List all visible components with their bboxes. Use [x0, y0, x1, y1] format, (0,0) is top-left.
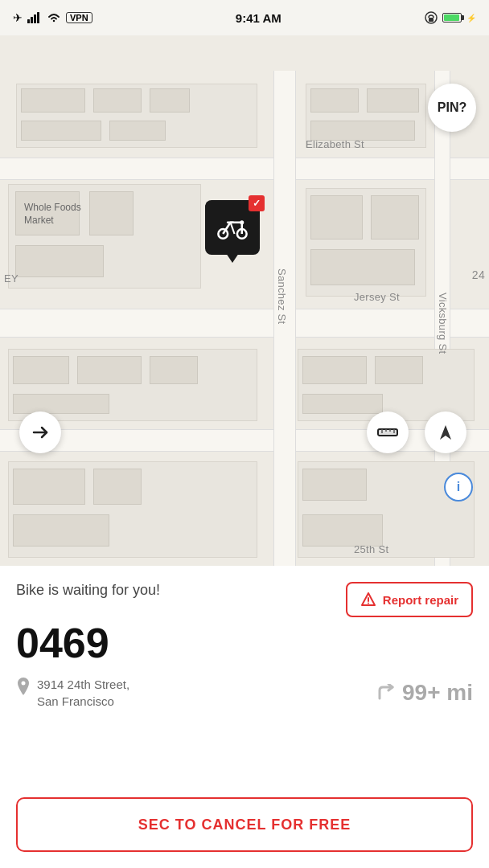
charging-icon: ⚡	[466, 14, 476, 23]
street-label-sanchez: Sanchez St	[276, 268, 288, 325]
svg-point-16	[368, 603, 369, 604]
street-label-jersey: Jersey St	[354, 291, 400, 303]
info-icon: i	[457, 480, 460, 494]
directions-icon	[30, 422, 51, 443]
vpn-label: VPN	[66, 12, 92, 23]
map-block-b1	[8, 349, 257, 421]
bike-number: 0469	[16, 620, 473, 666]
distance-display: 99+ mi	[375, 680, 473, 706]
status-right: ⚡	[425, 11, 476, 24]
time-display: 9:41 AM	[236, 11, 281, 25]
poi-whole-foods: Whole Foods Market	[24, 202, 81, 227]
airplane-icon: ✈	[13, 11, 23, 24]
location-line-1: 3914 24th Street,	[37, 676, 129, 693]
bike-marker-badge	[249, 195, 265, 211]
status-bar: ✈ VPN 9:41 AM ⚡	[0, 0, 489, 35]
svg-rect-0	[27, 19, 30, 23]
directions-button[interactable]	[19, 411, 61, 453]
navigate-button[interactable]	[425, 411, 466, 453]
bottom-panel: Bike is waiting for you! Report repair 0…	[0, 566, 489, 868]
map-block-b2	[298, 349, 475, 421]
turn-arrow-icon	[375, 684, 397, 702]
location-line-2: San Francisco	[37, 693, 129, 710]
cancel-button-label: SEC TO CANCEL FOR FREE	[138, 817, 351, 833]
status-left: ✈ VPN	[13, 11, 92, 24]
report-repair-button[interactable]: Report repair	[346, 582, 473, 617]
cancel-button[interactable]: SEC TO CANCEL FOR FREE	[16, 797, 473, 852]
lock-icon	[425, 11, 438, 24]
battery-indicator	[442, 13, 462, 23]
road-25th	[0, 429, 489, 452]
warning-icon	[360, 592, 376, 608]
bike-icon	[216, 215, 249, 240]
report-repair-label: Report repair	[383, 593, 458, 607]
street-label-ey: EY	[4, 272, 18, 285]
location-row: 3914 24th Street, San Francisco 99+ mi	[16, 676, 473, 710]
street-label-vicksburg: Vicksburg St	[437, 293, 449, 354]
street-label-25th: 25th St	[354, 543, 388, 555]
svg-point-8	[240, 220, 244, 224]
road-elizabeth	[0, 158, 489, 180]
bike-status-text: Bike is waiting for you!	[16, 582, 160, 599]
bike-marker	[205, 200, 260, 263]
map-block-1	[16, 84, 257, 148]
location-text: 3914 24th Street, San Francisco	[37, 676, 129, 710]
measure-icon	[376, 421, 399, 444]
navigate-icon	[437, 424, 454, 441]
road-jersey	[0, 309, 489, 338]
svg-point-17	[22, 682, 26, 686]
location-info: 3914 24th Street, San Francisco	[16, 676, 129, 710]
svg-rect-3	[37, 12, 39, 23]
svg-rect-1	[31, 17, 33, 23]
svg-marker-14	[440, 425, 451, 440]
map-block-r2	[306, 188, 426, 297]
panel-top-row: Bike is waiting for you! Report repair	[16, 582, 473, 617]
svg-rect-5	[429, 18, 434, 22]
map-block-c1	[8, 461, 257, 558]
svg-rect-2	[34, 14, 36, 23]
map-block-whole-foods	[8, 184, 201, 289]
wifi-icon	[47, 12, 61, 23]
location-pin-icon	[16, 678, 31, 695]
info-button[interactable]: i	[444, 473, 473, 502]
signal-icon	[27, 12, 42, 23]
distance-text: 99+ mi	[402, 680, 473, 706]
map-view[interactable]: Elizabeth St Sanchez St Vicksburg St Jer…	[0, 35, 489, 566]
measure-button[interactable]	[367, 411, 409, 453]
bike-marker-body	[205, 200, 260, 255]
pin-button[interactable]: PIN?	[428, 84, 476, 132]
street-label-elizabeth: Elizabeth St	[306, 138, 364, 150]
street-label-24th: 24	[472, 268, 485, 281]
